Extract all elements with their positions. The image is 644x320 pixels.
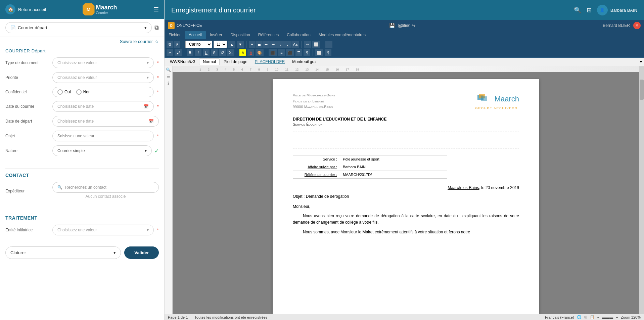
subscript-btn[interactable]: X₂: [227, 49, 234, 56]
size-up-btn[interactable]: ▲: [228, 41, 235, 48]
style-montreuil[interactable]: Montreuil gra: [289, 59, 319, 65]
menu-inserer[interactable]: Insérer: [206, 31, 226, 39]
search-icon[interactable]: 🔍: [574, 6, 581, 14]
left-panel: 🏠 Retour accueil M Maarch Courrier ☰ 📄 C…: [0, 0, 165, 320]
style-normal[interactable]: Normal: [199, 58, 220, 65]
zoom-in-btn[interactable]: +: [616, 315, 618, 319]
search-contact-input[interactable]: 🔍 Recherchez un contact: [52, 182, 159, 193]
draw-border-btn[interactable]: ⬜: [315, 49, 323, 56]
line-spacing-btn[interactable]: ↕: [277, 41, 284, 48]
pilcrow-btn[interactable]: ¶: [304, 49, 310, 56]
size-select[interactable]: 11: [214, 41, 227, 48]
more-btn[interactable]: ⋯: [325, 41, 332, 48]
bold-btn[interactable]: B: [187, 49, 193, 56]
style-btn[interactable]: Aa: [291, 41, 299, 48]
style-pied[interactable]: Pied de page: [220, 59, 251, 65]
traitement-section-title: TRAITEMENT: [5, 215, 159, 221]
indent-less-btn[interactable]: ⇤: [263, 41, 270, 48]
copy-button[interactable]: ⧉: [154, 24, 159, 31]
format-painter-btn[interactable]: 🖌: [175, 49, 182, 56]
zoom-icon[interactable]: 🔍: [166, 67, 171, 72]
user-info[interactable]: 👤 Barbara BAIN: [597, 5, 637, 15]
info-affaire-value: Barbara BAIN: [340, 163, 368, 171]
style-placeholder[interactable]: PLACEHOLDER: [251, 59, 288, 65]
align-left-btn[interactable]: ⬛: [269, 49, 277, 56]
info-icon[interactable]: ℹ: [168, 81, 169, 86]
doc-recipient-box: [293, 132, 519, 148]
bottom-bar: Cloturer ▾ Valider: [0, 243, 164, 262]
zoom-bar[interactable]: ▬▬▬: [602, 315, 613, 319]
bg-color-btn[interactable]: 🎨: [256, 49, 264, 56]
objet-row: Objet *: [5, 131, 159, 141]
redo-icon[interactable]: ↪: [412, 23, 416, 28]
numbered-list-btn[interactable]: ☰: [256, 41, 263, 48]
expediteur-control: 🔍 Recherchez un contact Aucun contact as…: [52, 182, 159, 200]
cut-btn[interactable]: ✂: [167, 49, 173, 56]
cloturer-button[interactable]: Cloturer ▾: [5, 246, 121, 259]
chevron-down-icon: ▾: [113, 250, 116, 255]
confidentiel-radio-group: Oui Non: [52, 87, 154, 97]
paragraph-settings-btn[interactable]: ¶: [325, 49, 331, 56]
columns-btn[interactable]: ⋮: [284, 41, 291, 48]
grid-icon[interactable]: ⊞: [587, 6, 592, 14]
maarch-logo-icon: M: [83, 3, 95, 15]
layout-icon-status[interactable]: ⊞: [584, 315, 587, 319]
font-select[interactable]: Carlito: [185, 41, 212, 48]
nature-select[interactable]: Courrier simple ▾: [52, 145, 152, 156]
align-center-btn[interactable]: ≡: [278, 49, 285, 56]
date-depart-input[interactable]: Choisissez une date 📅: [52, 116, 159, 127]
hamburger-menu[interactable]: ☰: [153, 6, 159, 13]
menu-collaboration[interactable]: Collaboration: [283, 31, 315, 39]
paste-btn[interactable]: ⧉: [167, 41, 173, 48]
type-doc-select[interactable]: Choisissez une valeur ▾: [52, 57, 154, 68]
priorite-placeholder: Choisissez une valeur: [57, 75, 97, 80]
bullet-list-btn[interactable]: ≡: [249, 41, 256, 48]
align-justify-btn[interactable]: ☰: [295, 49, 302, 56]
align-right-btn[interactable]: ⬛: [286, 49, 294, 56]
menu-disposition[interactable]: Disposition: [226, 31, 254, 39]
zoom-out-btn[interactable]: −: [597, 315, 599, 319]
objet-input[interactable]: [52, 131, 154, 141]
highlight-btn[interactable]: A: [239, 49, 246, 56]
entite-select[interactable]: Choisissez une valeur ▾: [52, 225, 154, 235]
layout-icon[interactable]: ☰: [167, 74, 170, 79]
suivre-section[interactable]: Suivre le courrier ☆: [0, 37, 164, 45]
superscript-btn[interactable]: X²: [219, 49, 226, 56]
track-changes-icon[interactable]: 📋: [590, 315, 595, 319]
calendar-icon-2: 📅: [149, 119, 154, 124]
style-ww[interactable]: WW&Num5z3: [167, 59, 198, 65]
oo-doc-scroll[interactable]: Ville de Maarch-les-Bains Place de la Li…: [173, 72, 639, 314]
valider-button[interactable]: Valider: [124, 246, 159, 259]
statusbar-right: Français (France) 🌐 ⊞ 📋 − ▬▬▬ + Zoom 120…: [545, 315, 641, 319]
non-option[interactable]: Non: [76, 89, 91, 95]
priorite-select[interactable]: Choisissez une valeur ▾: [52, 72, 154, 83]
right-scrollbar[interactable]: [639, 66, 644, 314]
oo-close-button[interactable]: ✕: [633, 22, 641, 29]
font-color-btn[interactable]: A: [247, 49, 254, 56]
divider-2: [5, 211, 159, 211]
doc-logo-box: Maarch: [476, 92, 519, 106]
courrier-depart-label: Courrier départ: [18, 25, 47, 30]
underline-btn[interactable]: U: [203, 49, 210, 56]
nature-row: Nature Courrier simple ▾ ✓: [5, 145, 159, 156]
menu-references[interactable]: Références: [254, 31, 283, 39]
menu-modules[interactable]: Modules complémentaires: [315, 31, 370, 39]
draw-btn[interactable]: ✏: [304, 41, 311, 48]
size-down-btn[interactable]: ▼: [237, 41, 244, 48]
indent-more-btn[interactable]: ⇥: [270, 41, 277, 48]
menu-accueil[interactable]: Accueil: [185, 31, 206, 39]
shapes-btn[interactable]: ⬜: [312, 41, 320, 48]
strikethrough-btn[interactable]: S: [211, 49, 218, 56]
courrier-depart-button[interactable]: 📄 Courrier départ ▾: [5, 22, 152, 33]
nav-home[interactable]: 🏠 Retour accueil: [5, 4, 46, 14]
non-radio[interactable]: [76, 89, 82, 95]
oui-option[interactable]: Oui: [57, 89, 71, 95]
copy-btn[interactable]: ⎘: [174, 41, 180, 48]
save-icon[interactable]: 💾: [389, 23, 395, 28]
app-header: Enregistrement d'un courrier 🔍 ⊞ 👤 Barba…: [165, 0, 644, 20]
style-more-btn[interactable]: ▾: [640, 59, 642, 64]
oui-radio[interactable]: [57, 89, 63, 95]
menu-fichier[interactable]: Fichier: [165, 31, 185, 39]
italic-btn[interactable]: I: [195, 49, 201, 56]
date-courrier-input[interactable]: Choisissez une date 📅: [52, 101, 154, 112]
